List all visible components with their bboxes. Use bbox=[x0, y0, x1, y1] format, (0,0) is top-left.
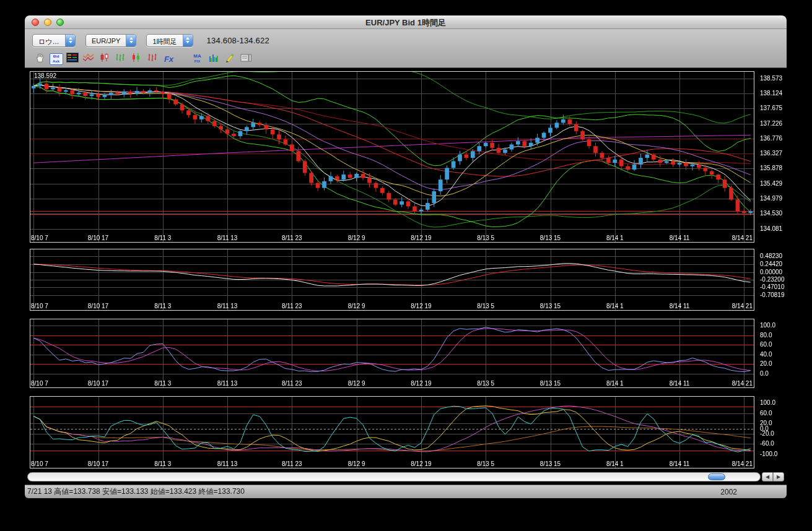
chart-window: EUR/JPY Bid 1時間足 ロウ… EUR/JPY 1時間足 134.60… bbox=[25, 15, 787, 498]
y-axis-label: 138.573 bbox=[760, 75, 782, 82]
bid-ask-icon: Bid Ask bbox=[50, 53, 63, 65]
tool-icons-row: Bid Ask Fx bbox=[32, 50, 779, 68]
mixed-candles-button[interactable] bbox=[129, 52, 144, 66]
price-board-icon bbox=[66, 53, 79, 65]
oscillator-y-axis: 100.060.020.00.0-20.0-60.0-100.0 bbox=[758, 396, 784, 468]
hand-tool-button[interactable] bbox=[32, 52, 48, 66]
y-axis-label: 100.0 bbox=[760, 399, 775, 406]
price-board-button[interactable] bbox=[64, 52, 80, 66]
scale-settings-button[interactable] bbox=[238, 52, 253, 66]
y-axis-label: 80.0 bbox=[760, 332, 772, 339]
hlc-bars-button[interactable] bbox=[113, 52, 128, 66]
y-axis-label: 0.48230 bbox=[760, 253, 782, 259]
pencil-icon bbox=[224, 53, 235, 66]
draw-tool-button[interactable] bbox=[222, 52, 237, 66]
y-axis-label: -20.0 bbox=[760, 430, 774, 437]
y-axis-label: 136.776 bbox=[760, 135, 782, 142]
red-bars-button[interactable] bbox=[145, 52, 160, 66]
chart-type-select[interactable]: ロウ… bbox=[32, 34, 76, 47]
y-axis-label: 134.081 bbox=[760, 225, 782, 232]
hlc-bars-green-icon bbox=[115, 53, 126, 65]
compare-bars-icon bbox=[208, 53, 219, 65]
price-chart-panel: 138.592 8/10 78/10 178/11 38/11 138/11 2… bbox=[30, 71, 784, 243]
y-axis-label: -100.0 bbox=[760, 451, 777, 457]
y-axis-label: 20.0 bbox=[760, 360, 772, 367]
stepper-icon bbox=[183, 35, 193, 46]
scroll-right-button[interactable]: ▶ bbox=[773, 472, 784, 481]
y-axis-label: -0.70819 bbox=[760, 291, 784, 298]
y-axis-label: 138.124 bbox=[760, 90, 782, 97]
y-axis-label: 0.00000 bbox=[760, 269, 782, 275]
oscillator-panel: 8/10 78/10 178/11 38/11 138/11 238/12 98… bbox=[30, 396, 784, 468]
y-axis-label: 137.226 bbox=[760, 120, 782, 127]
year-label: 2002 bbox=[720, 488, 737, 496]
fix-label: FIX bbox=[193, 59, 201, 64]
title-bar[interactable]: EUR/JPY Bid 1時間足 bbox=[25, 15, 787, 29]
scroll-left-button[interactable]: ◀ bbox=[762, 472, 773, 481]
y-axis-label: 0.24420 bbox=[760, 261, 782, 267]
y-axis-label: 60.0 bbox=[760, 410, 772, 417]
zigzag-lines-icon bbox=[82, 53, 94, 65]
symbol-select[interactable]: EUR/JPY bbox=[85, 34, 136, 47]
scrollbar-thumb[interactable] bbox=[708, 473, 725, 480]
hand-icon bbox=[35, 53, 45, 66]
ask-label: Ask bbox=[53, 59, 59, 63]
y-axis-label: -0.23200 bbox=[760, 276, 784, 283]
chart-area: 138.592 8/10 78/10 178/11 38/11 138/11 2… bbox=[25, 68, 787, 498]
y-axis-label: 134.530 bbox=[760, 210, 782, 217]
candlestick-red-icon bbox=[99, 53, 110, 65]
bid-label: Bid bbox=[53, 54, 59, 58]
timeframe-label: 1時間足 bbox=[147, 35, 182, 46]
candles-mixed-icon bbox=[131, 53, 142, 65]
ma-fix-icon: MA FIX bbox=[193, 54, 201, 64]
bid-ask-quote: 134.608-134.622 bbox=[207, 36, 269, 45]
y-axis-label: -0.47010 bbox=[760, 283, 784, 290]
candlestick-chart-button[interactable] bbox=[97, 52, 112, 66]
y-axis-label: 137.675 bbox=[760, 105, 782, 111]
price-y-axis: 138.573138.124137.675137.226136.776136.3… bbox=[758, 71, 784, 243]
status-bar: 7/21 13 高値=133.738 安値=133.133 始値=133.423… bbox=[25, 485, 787, 498]
macd-plot[interactable]: 8/10 78/10 178/11 38/11 138/11 238/12 98… bbox=[30, 249, 754, 311]
compare-chart-button[interactable] bbox=[206, 52, 221, 66]
scale-box-icon bbox=[240, 53, 251, 65]
y-axis-label: 134.979 bbox=[760, 195, 782, 202]
toolbar: ロウ… EUR/JPY 1時間足 134.608-134.622 Bid Ask bbox=[25, 29, 787, 68]
stochastic-plot[interactable]: 8/10 78/10 178/11 38/11 138/11 238/12 98… bbox=[30, 319, 754, 388]
symbol-label: EUR/JPY bbox=[86, 35, 126, 46]
price-chart-plot[interactable]: 138.592 8/10 78/10 178/11 38/11 138/11 2… bbox=[30, 71, 754, 243]
ma-label: MA bbox=[193, 54, 201, 59]
fx-options-button[interactable]: Fx bbox=[161, 52, 177, 66]
stochastic-y-axis: 100.080.060.040.020.00.0 bbox=[758, 319, 784, 388]
bid-ask-toggle-button[interactable]: Bid Ask bbox=[48, 52, 64, 66]
y-axis-label: 100.0 bbox=[760, 322, 775, 329]
y-axis-label: 40.0 bbox=[760, 351, 772, 358]
stepper-icon bbox=[65, 35, 75, 46]
line-chart-button[interactable] bbox=[81, 52, 96, 66]
y-axis-label: -60.0 bbox=[760, 440, 774, 447]
fx-icon: Fx bbox=[164, 54, 173, 64]
y-axis-label: 60.0 bbox=[760, 341, 772, 348]
scrollbar-track[interactable] bbox=[27, 472, 761, 481]
window-title: EUR/JPY Bid 1時間足 bbox=[25, 17, 787, 28]
y-axis-label: 135.429 bbox=[760, 180, 782, 187]
stochastic-panel: 8/10 78/10 178/11 38/11 138/11 238/12 98… bbox=[30, 319, 784, 388]
left-arrow-icon: ◀ bbox=[766, 474, 769, 480]
y-axis-label: 0.0 bbox=[760, 370, 769, 377]
y-axis-label: 136.327 bbox=[760, 150, 782, 157]
ohlc-readout: 7/21 13 高値=133.738 安値=133.133 始値=133.423… bbox=[27, 486, 245, 497]
stepper-icon bbox=[126, 35, 136, 46]
chart-type-label: ロウ… bbox=[33, 35, 65, 46]
ma-fix-button[interactable]: MA FIX bbox=[190, 52, 205, 66]
price-annotation: 138.592 bbox=[34, 72, 56, 79]
bars-red-icon bbox=[147, 53, 159, 65]
controls-row: ロウ… EUR/JPY 1時間足 134.608-134.622 bbox=[32, 32, 779, 48]
oscillator-plot[interactable]: 8/10 78/10 178/11 38/11 138/11 238/12 98… bbox=[30, 396, 754, 468]
macd-y-axis: 0.482300.244200.00000-0.23200-0.47010-0.… bbox=[758, 249, 784, 311]
macd-panel: 8/10 78/10 178/11 38/11 138/11 238/12 98… bbox=[30, 249, 784, 311]
timeframe-select[interactable]: 1時間足 bbox=[146, 34, 193, 47]
y-axis-label: 135.878 bbox=[760, 165, 782, 171]
horizontal-scrollbar[interactable]: ◀ ▶ bbox=[26, 471, 785, 483]
right-arrow-icon: ▶ bbox=[777, 474, 780, 480]
